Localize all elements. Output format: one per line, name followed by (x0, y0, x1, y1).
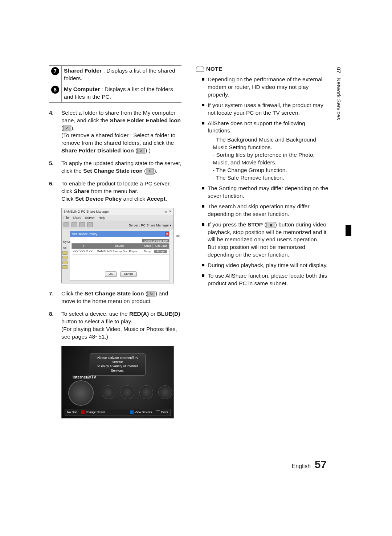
legend-num-8: 8 (51, 86, 59, 94)
pc-share-manager-window: SAMSUNG PC Share Manager ▭ ✕ File Share … (61, 208, 174, 283)
step-number: 6. (49, 180, 61, 203)
server-dropdown: Server : PC Share Manager ▾ (128, 223, 172, 228)
disc-icon (68, 380, 94, 406)
steps-list: 4. Select a folder to share from the My … (49, 109, 181, 203)
note-item: If your system uses a firewall, the prod… (202, 102, 328, 117)
sidebar-label: My Co (63, 240, 70, 244)
toolbar-icon (72, 222, 77, 227)
menu-icon (139, 385, 153, 399)
scrollbar: ittin. (169, 229, 173, 283)
step-number: 5. (49, 160, 61, 175)
tv-home-menu: Please activate Internet@TV service to e… (61, 346, 174, 418)
step-number: 7. (49, 290, 61, 305)
window-controls-icon: ▭ ✕ (164, 209, 172, 214)
change-state-icon: ↻ (147, 291, 155, 297)
step-number: 8. (49, 310, 61, 341)
menu-icons (102, 385, 172, 399)
window-titlebar: SAMSUNG PC Share Manager ▭ ✕ (62, 208, 173, 215)
red-key-icon (81, 410, 85, 414)
step-number: 4. (49, 109, 61, 155)
note-item: If you press the STOP () button during v… (202, 221, 328, 259)
toolbar-icon (87, 222, 93, 227)
enter-key-icon (156, 410, 160, 414)
toolbar: Server : PC Share Manager ▾ (62, 221, 173, 229)
note-title: NOTE (206, 65, 222, 73)
note-list: Depending on the performance of the exte… (196, 76, 328, 287)
folder-icons (62, 251, 68, 270)
stop-button-icon (266, 222, 275, 228)
device-table: IP Device State Set State XXX.XXX.X.XX S… (72, 243, 170, 255)
steps-list-cont: 7. Click the Set Change State icon (↻) a… (49, 290, 181, 341)
note-item: The search and skip operation may differ… (202, 203, 328, 218)
note-item: During video playback, play time will no… (202, 262, 328, 269)
ok-button: OK (105, 271, 117, 277)
menu-icon (158, 385, 172, 399)
toolbar-icon (79, 222, 85, 227)
change-state-icon: ↻ (146, 168, 154, 175)
delete-selected-button: Delete Selected Item (142, 239, 170, 242)
note-hand-icon (196, 66, 204, 72)
menu-icon (102, 385, 115, 399)
page-edge-marker (346, 225, 351, 236)
toolbar-icon (64, 222, 69, 227)
page-footer: English 57 (292, 458, 327, 471)
side-chapter-tab: 07 Network Services (336, 67, 342, 120)
legend-table: 7 Shared Folder : Displays a list of the… (49, 65, 181, 103)
internet-tv-label: Internet@TV (73, 375, 96, 380)
menu-bar: File Share Server Help (62, 215, 173, 221)
note-item: AllShare does not support the following … (202, 120, 328, 182)
legend-num-7: 7 (51, 67, 59, 75)
note-item: The Sorting method may differ depending … (202, 185, 328, 200)
share-enable-icon: ✓ (63, 125, 71, 131)
note-item: Depending on the performance of the exte… (202, 76, 328, 99)
right-column: NOTE Depending on the performance of the… (196, 65, 328, 418)
tv-banner: Please activate Internet@TV service to e… (90, 353, 146, 376)
set-device-policy-dialog: Set Device Policy ✕ Delete Selected Item… (70, 231, 172, 281)
blue-key-icon (130, 410, 134, 414)
share-disable-icon: ✕ (137, 148, 145, 154)
tv-bottom-bar: No Disc Change Device View Devices Enter (65, 409, 171, 416)
note-item: To use AllShare function, please locate … (202, 272, 328, 287)
left-column: 7 Shared Folder : Displays a list of the… (49, 65, 181, 418)
accept-button: Accept (154, 250, 167, 253)
cancel-button: Cancel (120, 271, 137, 277)
menu-icon (121, 385, 134, 399)
